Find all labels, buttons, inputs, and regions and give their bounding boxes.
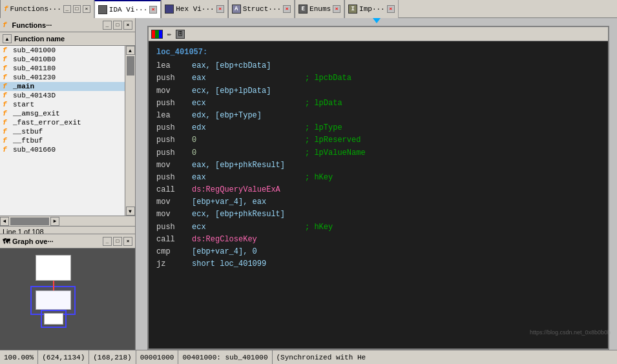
fn-item-sub40143D[interactable]: f sub_40143D bbox=[0, 91, 125, 100]
function-list[interactable]: f sub_401000 f sub_4010B0 f sub_401180 f… bbox=[0, 46, 125, 216]
op-push4: 0 bbox=[192, 134, 305, 147]
ida-code-area[interactable]: loc_401057: lea eax, [ebp+cbData] push e… bbox=[149, 41, 608, 349]
fn-item-sub401000[interactable]: f sub_401000 bbox=[0, 46, 125, 55]
op-lea2: edx, [ebp+Type] bbox=[192, 110, 262, 122]
code-line-call2: call ds:RegCloseKey bbox=[156, 234, 600, 246]
fn-item-sub401230[interactable]: f sub_401230 bbox=[0, 73, 125, 82]
fn-icon-8: f bbox=[3, 119, 10, 126]
fn-icon-6: f bbox=[3, 101, 10, 108]
comment-push6: ; hKey bbox=[305, 172, 333, 184]
pencil-icon: ✏️ bbox=[165, 30, 174, 39]
fn-icon-0: f bbox=[3, 46, 10, 54]
fn-name-6: start bbox=[13, 101, 34, 108]
instr-push5: push bbox=[156, 147, 192, 159]
left-side: f Functions··· _ □ × ▲ Function name f bbox=[0, 18, 136, 350]
functions-tab-max[interactable]: □ bbox=[73, 5, 81, 13]
fn-name-8: _fast_error_exit bbox=[13, 119, 81, 126]
hscroll-thumb[interactable] bbox=[10, 217, 49, 225]
ida-view-close[interactable]: × bbox=[149, 6, 157, 14]
fn-name-2: sub_401180 bbox=[13, 65, 56, 72]
panel-minimize-btn[interactable]: _ bbox=[103, 21, 112, 30]
functions-tab-close[interactable]: × bbox=[83, 5, 90, 13]
code-line-push1: push eax ; lpcbData bbox=[156, 72, 600, 85]
scroll-thumb[interactable] bbox=[127, 56, 134, 76]
fn-item-sub401180[interactable]: f sub_401180 bbox=[0, 64, 125, 73]
fn-name-4: _main bbox=[13, 83, 34, 90]
functions-tab-min[interactable]: _ bbox=[63, 5, 71, 13]
instr-mov1: mov bbox=[156, 85, 192, 97]
fn-hscroll[interactable]: ◄ ► bbox=[0, 216, 135, 226]
tab-structs[interactable]: A Struct··· × bbox=[228, 0, 295, 18]
op-call1: ds:RegQueryValueExA bbox=[192, 184, 280, 196]
fn-item-start[interactable]: f start bbox=[0, 100, 125, 109]
imports-close[interactable]: × bbox=[387, 5, 395, 13]
function-list-scrollbar[interactable]: ▲ ▼ bbox=[125, 46, 135, 216]
op-cmp: [ebp+var_4], 0 bbox=[192, 246, 257, 258]
scrollbar-up-arrow[interactable]: ▲ bbox=[3, 34, 12, 43]
fn-item-fast-error-exit[interactable]: f _fast_error_exit bbox=[0, 118, 125, 127]
fn-icon-1: f bbox=[3, 56, 10, 63]
enums-close[interactable]: × bbox=[333, 5, 340, 13]
fn-item-amsg-exit[interactable]: f __amsg_exit bbox=[0, 109, 125, 118]
panel-controls: _ □ × bbox=[103, 21, 132, 30]
fn-item-sub4010B0[interactable]: f sub_4010B0 bbox=[0, 55, 125, 64]
tab-enums[interactable]: E Enums × bbox=[295, 0, 344, 18]
fn-icon-10: f bbox=[3, 137, 10, 145]
main-layout: f Functions··· _ □ × ▲ Function name f bbox=[0, 18, 617, 350]
panel-maximize-btn[interactable]: □ bbox=[113, 21, 122, 30]
tab-functions[interactable]: f Functions··· _ □ × bbox=[0, 0, 94, 18]
scroll-down-btn[interactable]: ▼ bbox=[126, 207, 135, 216]
instr-call2: call bbox=[156, 234, 192, 246]
functions-panel-title: Functions··· bbox=[12, 21, 52, 29]
code-line-call1: call ds:RegQueryValueExA bbox=[156, 184, 600, 196]
code-line-mov3: mov [ebp+var_4], eax bbox=[156, 196, 600, 208]
graph-close-btn[interactable]: × bbox=[123, 237, 132, 246]
instr-lea2: lea bbox=[156, 110, 192, 122]
fn-item-ftbuf[interactable]: f __ftbuf bbox=[0, 136, 125, 145]
fn-name-0: sub_401000 bbox=[13, 46, 56, 54]
scroll-up-btn[interactable]: ▲ bbox=[126, 46, 135, 55]
hex-view-close[interactable]: × bbox=[216, 5, 224, 13]
graph-min-btn[interactable]: _ bbox=[103, 237, 112, 246]
code-line-mov4: mov ecx, [ebp+phkResult] bbox=[156, 208, 600, 221]
code-line-push4: push 0 ; lpReserved bbox=[156, 134, 600, 147]
graph-selected-highlight bbox=[41, 310, 67, 328]
functions-panel-icon: f bbox=[3, 21, 7, 29]
enums-label: Enums bbox=[309, 5, 331, 13]
functions-tab-icon: f bbox=[4, 5, 8, 13]
op-push7: ecx bbox=[192, 221, 305, 234]
ida-view-icon bbox=[98, 5, 107, 14]
hscroll-left[interactable]: ◄ bbox=[0, 217, 9, 226]
ida-view-titlebar: ✏️ 🗄 bbox=[149, 27, 608, 41]
op-mov2: eax, [ebp+phkResult] bbox=[192, 159, 285, 172]
status-coords2: (168,218) bbox=[89, 350, 136, 364]
fn-item-main[interactable]: f _main bbox=[0, 82, 125, 91]
function-name-header: ▲ Function name bbox=[0, 32, 135, 46]
op-jz: short loc_401099 bbox=[192, 258, 266, 270]
structs-close[interactable]: × bbox=[283, 5, 291, 13]
status-seg: 00001000 bbox=[136, 350, 179, 364]
fn-item-sub401660[interactable]: f sub_401660 bbox=[0, 145, 125, 154]
graph-title: Graph ove··· bbox=[12, 238, 54, 245]
instr-push1: push bbox=[156, 72, 192, 85]
op-mov1: ecx, [ebp+lpData] bbox=[192, 85, 271, 97]
fn-name-1: sub_4010B0 bbox=[13, 56, 56, 63]
tab-ida-view[interactable]: IDA Vi··· × bbox=[94, 0, 161, 18]
status-bar: 100.00% (624,1134) (168,218) 00001000 00… bbox=[0, 350, 617, 364]
structs-icon: A bbox=[232, 5, 241, 14]
function-list-wrapper: f sub_401000 f sub_4010B0 f sub_401180 f… bbox=[0, 46, 135, 216]
tab-hex-view[interactable]: Hex Vi··· × bbox=[161, 0, 227, 18]
fn-icon-2: f bbox=[3, 65, 10, 72]
op-mov4: ecx, [ebp+phkResult] bbox=[192, 208, 285, 221]
watermark: https://blog.csdn.net_0x8b0b0b bbox=[530, 329, 611, 336]
instr-push7: push bbox=[156, 221, 192, 234]
tab-bar: f Functions··· _ □ × IDA Vi··· × Hex Vi·… bbox=[0, 0, 617, 18]
fn-item-stbuf[interactable]: f __stbuf bbox=[0, 127, 125, 136]
hscroll-right[interactable]: ► bbox=[50, 217, 59, 226]
graph-max-btn[interactable]: □ bbox=[113, 237, 122, 246]
panel-close-btn[interactable]: × bbox=[123, 21, 132, 30]
graph-node-1 bbox=[36, 255, 71, 281]
instr-jz: jz bbox=[156, 258, 192, 270]
tab-imports[interactable]: I Imp··· × bbox=[344, 0, 399, 18]
code-line-push6: push eax ; hKey bbox=[156, 172, 600, 184]
